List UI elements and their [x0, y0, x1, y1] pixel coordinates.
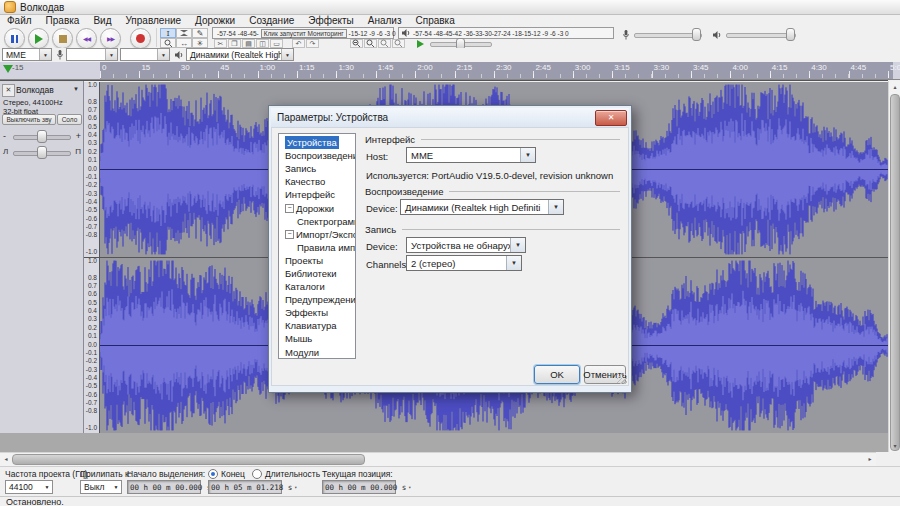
- record-button[interactable]: [130, 28, 151, 49]
- solo-button[interactable]: Соло: [57, 114, 82, 125]
- dialog-close-button[interactable]: ✕: [595, 110, 627, 126]
- output-volume-thumb[interactable]: [786, 28, 795, 41]
- tree-item-5[interactable]: −Дорожки: [279, 201, 355, 214]
- menu-item-1[interactable]: Правка: [39, 15, 87, 27]
- envelope-tool-button[interactable]: [176, 28, 192, 38]
- tree-item-6[interactable]: Спектрограммы: [279, 215, 355, 228]
- tree-item-7[interactable]: −Импорт/Экспорт: [279, 228, 355, 241]
- play-at-speed-button[interactable]: [414, 39, 427, 48]
- recording-meter[interactable]: -57-54 -48-45- Клик запустит Мониторинг …: [212, 27, 394, 39]
- length-radio[interactable]: Длительность: [252, 469, 320, 479]
- zoom-tool-button[interactable]: [160, 38, 176, 48]
- tree-item-2[interactable]: Запись: [279, 162, 355, 175]
- recording-channels-combo[interactable]: ▼: [120, 48, 170, 61]
- end-radio[interactable]: Конец: [208, 469, 245, 479]
- fit-project-button[interactable]: [392, 39, 405, 48]
- vertical-ruler-channel-2[interactable]: 1.00.80.70.60.50.40.30.20.10.0-0.1-0.2-0…: [84, 258, 100, 433]
- gain-thumb[interactable]: [37, 130, 47, 143]
- vertical-scroll-thumb[interactable]: [890, 94, 900, 451]
- pause-button[interactable]: [4, 28, 25, 49]
- menu-item-3[interactable]: Управление: [118, 15, 188, 27]
- pan-thumb[interactable]: [37, 146, 47, 159]
- undo-button[interactable]: ↶: [292, 39, 305, 48]
- time-spinner-icon[interactable]: ▾: [294, 484, 297, 490]
- tree-item-1[interactable]: Воспроизведение: [279, 149, 355, 162]
- tree-item-11[interactable]: Каталоги: [279, 280, 355, 293]
- host-dropdown[interactable]: MME ▼: [406, 147, 536, 163]
- stop-button[interactable]: [52, 28, 73, 49]
- cut-button[interactable]: ✂: [214, 39, 227, 48]
- trim-button[interactable]: ◫: [256, 39, 269, 48]
- record-device-dropdown[interactable]: Устройства не обнаружены ▼: [406, 237, 526, 253]
- tree-item-8[interactable]: Правила импорта: [279, 241, 355, 254]
- mute-button[interactable]: Выключить зву: [2, 114, 56, 125]
- selection-tool-button[interactable]: I: [160, 28, 176, 38]
- timeshift-tool-button[interactable]: ↔: [176, 38, 192, 48]
- playback-meter[interactable]: -57-54 -48-45-42 -36-33-30-27-24 -18-15-…: [398, 27, 614, 39]
- redo-button[interactable]: ↷: [306, 39, 319, 48]
- menu-item-5[interactable]: Создание: [242, 15, 301, 27]
- snap-to-combo[interactable]: Выкл ▼: [80, 480, 122, 494]
- draw-tool-button[interactable]: ✎: [192, 28, 208, 38]
- horizontal-scrollbar[interactable]: ◂ ▸: [0, 452, 876, 466]
- zoom-out-button[interactable]: [364, 39, 377, 48]
- skip-to-end-button[interactable]: ▶▶: [100, 28, 121, 49]
- tree-item-14[interactable]: Клавиатура: [279, 319, 355, 332]
- selection-end-time[interactable]: 00 h 05 m 01.218 s ▾: [208, 480, 282, 494]
- ok-button[interactable]: OK: [534, 365, 580, 384]
- vertical-scrollbar[interactable]: ▴ ▾: [888, 81, 900, 452]
- scroll-up-icon[interactable]: ▴: [889, 81, 900, 93]
- tree-item-12[interactable]: Предупреждения: [279, 293, 355, 306]
- scroll-right-icon[interactable]: ▸: [864, 453, 876, 465]
- play-button[interactable]: [28, 28, 49, 49]
- dialog-title-bar[interactable]: Параметры: Устройства ✕: [271, 108, 629, 127]
- timeline-ruler[interactable]: -15 0 1530451:001:151:301:452:002:152:30…: [0, 62, 900, 80]
- time-spinner-icon[interactable]: ▾: [408, 484, 411, 490]
- channels-dropdown[interactable]: 2 (стерео) ▼: [406, 255, 522, 271]
- menu-item-7[interactable]: Анализ: [361, 15, 409, 27]
- selection-start-time[interactable]: 00 h 00 m 00.000 s ▾: [127, 480, 201, 494]
- copy-button[interactable]: ❐: [228, 39, 241, 48]
- track-name[interactable]: Волкодав: [16, 85, 54, 95]
- pan-slider[interactable]: Л П: [3, 145, 81, 159]
- skip-to-start-button[interactable]: ◀◀: [76, 28, 97, 49]
- track-control-panel[interactable]: ✕ Волкодав ▼ Стерео, 44100Hz 32-bit floa…: [0, 81, 84, 433]
- tree-expander-icon[interactable]: −: [285, 204, 294, 213]
- tree-item-13[interactable]: Эффекты: [279, 306, 355, 319]
- gain-slider[interactable]: - +: [3, 129, 81, 143]
- tree-item-0[interactable]: Устройства: [279, 136, 355, 149]
- tree-item-16[interactable]: Модули: [279, 346, 355, 359]
- menu-item-2[interactable]: Вид: [86, 15, 118, 27]
- tree-item-9[interactable]: Проекты: [279, 254, 355, 267]
- project-rate-combo[interactable]: 44100 ▼: [5, 480, 53, 494]
- paste-button[interactable]: ▤: [242, 39, 255, 48]
- input-volume-thumb[interactable]: [692, 28, 701, 41]
- vertical-ruler-channel-1[interactable]: 1.00.80.70.60.50.40.30.20.10.0-0.1-0.2-0…: [84, 82, 100, 257]
- dialog-resize-grip[interactable]: [617, 374, 627, 384]
- multi-tool-button[interactable]: ✳: [192, 38, 208, 48]
- tree-item-4[interactable]: Интерфейс: [279, 188, 355, 201]
- playback-device-dropdown[interactable]: Динамики (Realtek High Definiti ▼: [400, 199, 564, 215]
- track-menu-icon[interactable]: ▼: [73, 86, 79, 92]
- menu-item-4[interactable]: Дорожки: [188, 15, 242, 27]
- fit-selection-button[interactable]: [378, 39, 391, 48]
- silence-button[interactable]: ▭: [270, 39, 283, 48]
- input-volume-slider[interactable]: [634, 28, 702, 40]
- output-volume-slider[interactable]: [726, 28, 796, 40]
- scroll-down-icon[interactable]: ▾: [889, 440, 900, 452]
- tree-item-3[interactable]: Качество: [279, 175, 355, 188]
- tree-item-10[interactable]: Библиотеки: [279, 267, 355, 280]
- menu-item-0[interactable]: Файл: [0, 15, 39, 27]
- track-close-button[interactable]: ✕: [2, 84, 15, 97]
- zoom-in-button[interactable]: [350, 39, 363, 48]
- playback-device-combo[interactable]: Динамики (Realtek High Defi ▼: [186, 48, 294, 61]
- menu-item-8[interactable]: Справка: [409, 15, 462, 27]
- scroll-left-icon[interactable]: ◂: [0, 453, 12, 465]
- horizontal-scroll-thumb[interactable]: [12, 454, 365, 465]
- position-time[interactable]: 00 h 00 m 00.000 s ▾: [322, 480, 396, 494]
- recording-device-combo[interactable]: ▼: [66, 48, 118, 61]
- tree-expander-icon[interactable]: −: [285, 230, 294, 239]
- host-combo[interactable]: MME ▼: [2, 48, 52, 61]
- menu-item-6[interactable]: Эффекты: [301, 15, 360, 27]
- tree-item-15[interactable]: Мышь: [279, 332, 355, 345]
